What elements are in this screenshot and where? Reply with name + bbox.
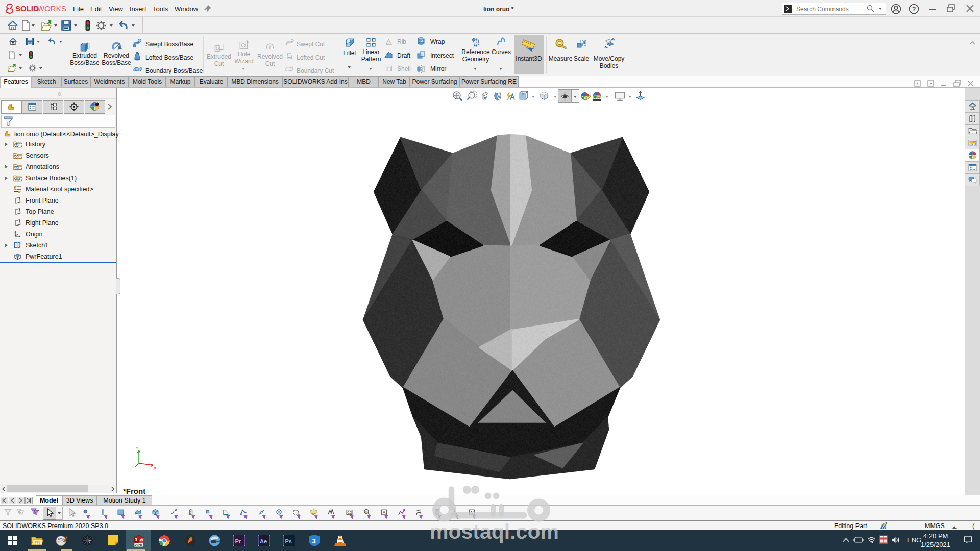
svg-text:3: 3 xyxy=(312,537,316,545)
svg-text:7: 7 xyxy=(88,539,91,544)
svg-text:Pr: Pr xyxy=(235,538,241,544)
svg-text:?: ? xyxy=(912,6,916,13)
svg-text:W: W xyxy=(140,538,143,542)
svg-text:!: ! xyxy=(883,523,883,525)
svg-text:Ps: Ps xyxy=(285,538,292,544)
svg-text:2020: 2020 xyxy=(135,543,142,547)
svg-text:S: S xyxy=(135,537,137,541)
svg-text:WORKS: WORKS xyxy=(37,4,66,13)
svg-text:A: A xyxy=(383,510,386,515)
svg-text:A: A xyxy=(16,166,18,169)
svg-text:Ae: Ae xyxy=(260,538,267,544)
svg-text:SOLID: SOLID xyxy=(15,4,39,13)
svg-text:cd: cd xyxy=(420,40,423,43)
svg-text:N: N xyxy=(365,510,368,513)
svg-text:X: X xyxy=(154,466,157,470)
svg-text:Y: Y xyxy=(136,446,139,450)
svg-text:mostaql.com: mostaql.com xyxy=(430,520,559,543)
svg-text:0.3: 0.3 xyxy=(347,511,352,514)
